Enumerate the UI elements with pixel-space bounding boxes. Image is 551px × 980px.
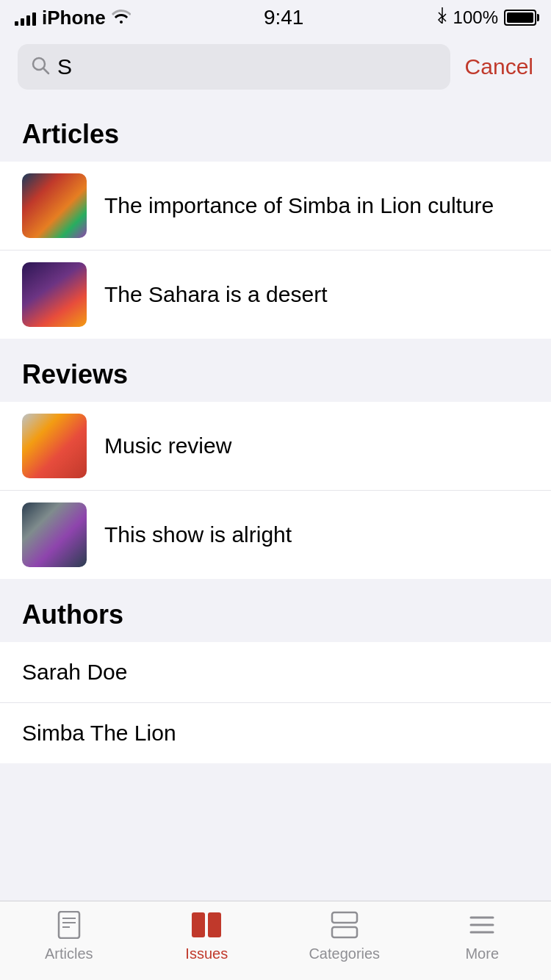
svg-rect-2 xyxy=(59,912,79,938)
article-item-1[interactable]: The importance of Simba in Lion culture xyxy=(0,162,551,251)
review-item-1[interactable]: Music review xyxy=(0,402,551,491)
reviews-section: Reviews Music review This show is alrigh… xyxy=(0,339,551,579)
battery-icon xyxy=(504,10,536,26)
search-input[interactable] xyxy=(57,54,437,79)
more-tab-icon xyxy=(466,909,498,941)
article-title-1: The importance of Simba in Lion culture xyxy=(104,191,494,221)
tab-categories[interactable]: Categories xyxy=(276,909,414,962)
tab-issues-label: Issues xyxy=(185,945,228,962)
issues-tab-icon xyxy=(190,909,223,941)
tab-articles[interactable]: Articles xyxy=(0,909,138,962)
svg-line-1 xyxy=(44,69,49,74)
author-item-1[interactable]: Sarah Doe xyxy=(0,642,551,703)
article-thumbnail-1 xyxy=(22,173,87,238)
tab-issues[interactable]: Issues xyxy=(138,909,276,962)
status-time: 9:41 xyxy=(264,6,304,29)
tab-bar: Articles Issues Categories xyxy=(0,901,551,980)
author-name-2: Simba The Lion xyxy=(22,721,176,745)
search-bar-container: Cancel xyxy=(0,35,551,98)
wifi-icon xyxy=(112,8,131,28)
authors-section: Authors Sarah Doe Simba The Lion xyxy=(0,579,551,763)
signal-icon xyxy=(15,10,36,26)
tab-more[interactable]: More xyxy=(414,909,552,962)
svg-rect-6 xyxy=(192,912,205,937)
svg-rect-8 xyxy=(332,912,357,923)
review-thumbnail-2 xyxy=(22,502,87,567)
articles-section: Articles The importance of Simba in Lion… xyxy=(0,98,551,339)
article-thumbnail-2 xyxy=(22,262,87,327)
review-thumbnail-1 xyxy=(22,414,87,478)
author-name-1: Sarah Doe xyxy=(22,660,127,684)
tab-articles-label: Articles xyxy=(45,945,93,962)
search-icon xyxy=(31,56,50,78)
categories-tab-icon xyxy=(328,909,361,941)
authors-header: Authors xyxy=(0,579,551,642)
svg-rect-7 xyxy=(208,912,221,937)
status-right: 100% xyxy=(437,7,536,28)
articles-header: Articles xyxy=(0,98,551,162)
article-item-2[interactable]: The Sahara is a desert xyxy=(0,251,551,339)
bluetooth-icon xyxy=(437,7,447,28)
tab-categories-label: Categories xyxy=(309,945,380,962)
svg-rect-9 xyxy=(332,927,357,937)
reviews-header: Reviews xyxy=(0,339,551,402)
status-bar: iPhone 9:41 100% xyxy=(0,0,551,35)
review-title-1: Music review xyxy=(104,431,231,461)
svg-point-0 xyxy=(33,58,45,70)
carrier-label: iPhone xyxy=(42,7,106,29)
review-title-2: This show is alright xyxy=(104,520,292,550)
tab-more-label: More xyxy=(465,945,499,962)
cancel-button[interactable]: Cancel xyxy=(465,54,533,79)
battery-percent: 100% xyxy=(453,7,498,28)
article-title-2: The Sahara is a desert xyxy=(104,280,328,310)
status-left: iPhone xyxy=(15,7,131,29)
search-input-wrapper[interactable] xyxy=(18,44,450,90)
review-item-2[interactable]: This show is alright xyxy=(0,491,551,579)
author-item-2[interactable]: Simba The Lion xyxy=(0,703,551,763)
articles-tab-icon xyxy=(53,909,85,941)
